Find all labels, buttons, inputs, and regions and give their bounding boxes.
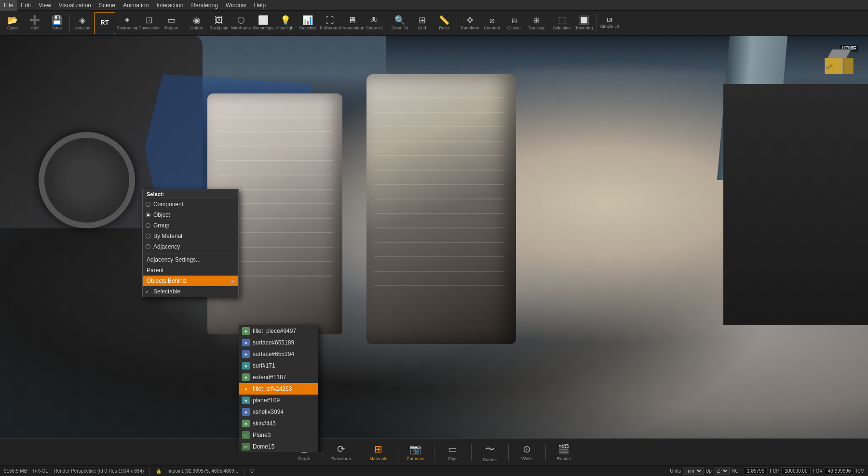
toolbar-backplate[interactable]: 🖼 Backplate [208,12,230,34]
toolbar-cluster[interactable]: ⧇ Cluster [503,12,525,34]
toolbar-statistics[interactable]: 📊 Statistics [297,12,318,34]
isolate-icon: ◉ [193,16,201,25]
fov-value: 49.999996 [825,467,854,475]
context-menu-header: Select: [143,189,238,199]
ctx-group[interactable]: Group [143,220,238,231]
toolbar-downscale[interactable]: ⊡ Downscale [138,12,160,34]
menu-view[interactable]: View [35,0,55,11]
sub-dome15[interactable]: ▭ Dome15 [239,441,318,452]
toolbar-open[interactable]: 📂 Open [2,12,23,34]
nav-cube-bg: TOP Left [820,45,858,84]
sub-extend1187[interactable]: ◈ extend#1187 [239,371,318,383]
cube-label-top[interactable]: TOP [845,45,854,50]
menu-edit[interactable]: Edit [17,0,35,11]
fov-label: FOV [813,468,823,474]
sub-surface655189-label: surface#655189 [253,339,294,346]
units-select[interactable]: mm cm m in [683,467,704,475]
up-axis-select[interactable]: Z Y [714,467,730,475]
ctx-objects-behind[interactable]: Objects Behind [143,276,238,286]
toolbar-selection[interactable]: ⬚ Selection [551,12,572,34]
ctx-adjacency[interactable]: Adjacency [143,241,238,252]
toolbar-connect[interactable]: ⌀ Connect [481,12,502,34]
toolbar-open-label: Open [7,26,18,30]
toolbar-antalias[interactable]: ◈ Antalias [72,12,93,34]
ctx-by-material[interactable]: By Material [143,231,238,241]
toolbar-raytracing[interactable]: ✦ Raytracing [116,12,137,34]
menu-scene[interactable]: Scene [95,0,119,11]
menu-rendering[interactable]: Rendering [187,0,221,11]
toolbar-rt[interactable]: RT [94,12,115,34]
bt-materials[interactable]: ⊞ Materials [364,440,393,464]
sub-icon-skin445: ◈ [242,420,250,427]
toolbar-headlight[interactable]: 💡 Headlight [275,12,296,34]
render-icon: 🎬 [558,443,570,455]
sub-xshell3094[interactable]: ◈ xshell#3094 [239,406,318,418]
menu-file[interactable]: File [0,0,17,11]
sub-fillet-srf24263[interactable]: ◈ fillet_srf#24263 [239,383,318,395]
bt-sep-3 [397,444,397,461]
sub-icon-surf171: ◈ [242,362,250,370]
sub-plane3[interactable]: ▭ Plane3 [239,429,318,441]
toolbar-region[interactable]: ▭ Region [161,12,182,34]
ctx-object[interactable]: Object [143,210,238,220]
statistics-icon: 📊 [302,16,313,25]
sub-skin445-label: skin#445 [253,420,276,427]
toolbar-show-all[interactable]: 👁 Show All [364,12,385,34]
grid-icon: ⊞ [419,16,426,25]
submenu: ◈ fillet_piece#9497 ◈ surface#655189 ◈ s… [239,325,318,452]
viewport[interactable]: HOME TOP Left Select: Component Object G… [0,36,868,452]
fcp-label: FCP [770,468,779,474]
toolbar-presentation[interactable]: 🖥 Presentation [341,12,363,34]
presentation-icon: 🖥 [348,16,356,25]
sub-surface655294[interactable]: ◈ surface#655294 [239,348,318,360]
bt-transform[interactable]: ⟳ Transform [327,440,356,464]
toolbar-transform[interactable]: ✥ Transform [459,12,480,34]
status-sep-2 [244,468,244,475]
sub-fillet-piece[interactable]: ◈ fillet_piece#9497 [239,325,318,337]
sub-surface655189[interactable]: ◈ surface#655189 [239,337,318,348]
menu-animation[interactable]: Animation [119,0,152,11]
sub-plane109[interactable]: ◈ plane#109 [239,395,318,406]
bt-curves[interactable]: 〜 Curves [475,440,504,464]
menu-interaction[interactable]: Interaction [152,0,187,11]
toolbar-boundings[interactable]: ⬜ Boundings [253,12,274,34]
toolbar-simple-ui[interactable]: UI Simple UI [599,12,620,34]
toolbar-zoom-to[interactable]: 🔍 Zoom To [389,12,410,34]
menu-window[interactable]: Window [222,0,250,11]
toolbar-isolate[interactable]: ◉ Isolate [186,12,207,34]
toolbar-fullscreen[interactable]: ⛶ Fullscreen [319,12,340,34]
ctx-selectable-label: Selectable [153,288,180,295]
ctx-component[interactable]: Component [143,199,238,210]
ctx-parent[interactable]: Parent [143,265,238,276]
bt-clips-label: Clips [448,456,457,461]
transform-icon: ✥ [466,16,474,25]
toolbar-save[interactable]: 💾 Save [46,12,68,34]
menu-help[interactable]: Help [250,0,270,11]
sub-icon-dome15: ▭ [242,443,250,450]
sub-skin445[interactable]: ◈ skin#445 [239,418,318,429]
menu-visualization[interactable]: Visualization [55,0,95,11]
raytracing-icon: ✦ [123,16,131,25]
save-icon: 💾 [52,16,62,25]
toolbar-tracking[interactable]: ⊕ Tracking [526,12,547,34]
toolbar-wireframe[interactable]: ⬡ Wireframe [231,12,252,34]
toolbar-add[interactable]: ➕ Add [24,12,45,34]
sub-surf171[interactable]: ◈ surf#171 [239,360,318,371]
bt-materials-label: Materials [369,456,387,461]
bt-sep-2 [360,444,360,461]
bt-render[interactable]: 🎬 Render [550,440,579,464]
bt-cameras[interactable]: 📷 Cameras [401,440,430,464]
status-bar: 9156.5 MB RR-GL Render Perspective (Id 0… [0,465,868,476]
wireframe-icon: ⬡ [237,16,245,25]
toolbar-grid[interactable]: ⊞ Grid [411,12,433,34]
cube-face-side [843,58,854,74]
bt-clips[interactable]: ▭ Clips [438,440,467,464]
nav-cube[interactable]: HOME TOP Left [820,45,858,84]
ctx-adjacency-settings[interactable]: Adjacency Settings... [143,254,238,265]
toolbar-texturing[interactable]: 🔲 Texturing [573,12,595,34]
sub-plane109-label: plane#109 [253,397,280,404]
toolbar-ruler[interactable]: 📏 Ruler [434,12,455,34]
bt-vsets[interactable]: ⊙ VSets [513,440,542,464]
tracking-icon: ⊕ [533,16,540,25]
ctx-selectable[interactable]: Selectable [143,286,238,297]
